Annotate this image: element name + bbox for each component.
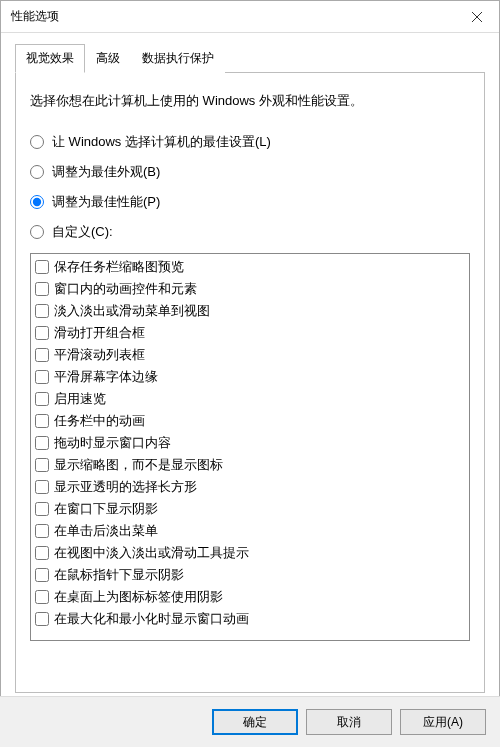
radio-let-windows-choose[interactable]: 让 Windows 选择计算机的最佳设置(L): [30, 133, 470, 151]
checkbox-list[interactable]: 保存任务栏缩略图预览窗口内的动画控件和元素淡入淡出或滑动菜单到视图滑动打开组合框…: [30, 253, 470, 641]
checkbox-label: 淡入淡出或滑动菜单到视图: [54, 301, 210, 321]
ok-button[interactable]: 确定: [212, 709, 298, 735]
checkbox-input[interactable]: [35, 546, 49, 560]
window-title: 性能选项: [11, 8, 59, 25]
checkbox-input[interactable]: [35, 304, 49, 318]
radio-label: 调整为最佳性能(P): [52, 193, 160, 211]
radio-input[interactable]: [30, 135, 44, 149]
checkbox-item[interactable]: 平滑滚动列表框: [35, 344, 465, 366]
checkbox-input[interactable]: [35, 260, 49, 274]
checkbox-label: 保存任务栏缩略图预览: [54, 257, 184, 277]
dialog-footer: 确定 取消 应用(A): [0, 696, 500, 747]
checkbox-input[interactable]: [35, 282, 49, 296]
radio-best-appearance[interactable]: 调整为最佳外观(B): [30, 163, 470, 181]
radio-input[interactable]: [30, 225, 44, 239]
checkbox-item[interactable]: 显示缩略图，而不是显示图标: [35, 454, 465, 476]
checkbox-item[interactable]: 在视图中淡入淡出或滑动工具提示: [35, 542, 465, 564]
checkbox-input[interactable]: [35, 502, 49, 516]
radio-label: 自定义(C):: [52, 223, 113, 241]
button-label: 取消: [337, 715, 361, 729]
content-area: 视觉效果 高级 数据执行保护 选择你想在此计算机上使用的 Windows 外观和…: [1, 33, 499, 693]
checkbox-label: 窗口内的动画控件和元素: [54, 279, 197, 299]
tab-visual-effects[interactable]: 视觉效果: [15, 44, 85, 73]
checkbox-input[interactable]: [35, 590, 49, 604]
checkbox-item[interactable]: 任务栏中的动画: [35, 410, 465, 432]
checkbox-label: 平滑屏幕字体边缘: [54, 367, 158, 387]
checkbox-item[interactable]: 在窗口下显示阴影: [35, 498, 465, 520]
checkbox-input[interactable]: [35, 414, 49, 428]
checkbox-label: 显示亚透明的选择长方形: [54, 477, 197, 497]
checkbox-item[interactable]: 在鼠标指针下显示阴影: [35, 564, 465, 586]
panel-description: 选择你想在此计算机上使用的 Windows 外观和性能设置。: [30, 91, 470, 111]
checkbox-label: 在窗口下显示阴影: [54, 499, 158, 519]
checkbox-label: 拖动时显示窗口内容: [54, 433, 171, 453]
checkbox-item[interactable]: 在最大化和最小化时显示窗口动画: [35, 608, 465, 630]
tab-dep[interactable]: 数据执行保护: [131, 44, 225, 73]
radio-best-performance[interactable]: 调整为最佳性能(P): [30, 193, 470, 211]
checkbox-item[interactable]: 滑动打开组合框: [35, 322, 465, 344]
checkbox-item[interactable]: 显示亚透明的选择长方形: [35, 476, 465, 498]
checkbox-input[interactable]: [35, 612, 49, 626]
checkbox-input[interactable]: [35, 436, 49, 450]
button-label: 应用(A): [423, 715, 463, 729]
tab-strip: 视觉效果 高级 数据执行保护: [15, 43, 485, 73]
checkbox-input[interactable]: [35, 392, 49, 406]
radio-label: 调整为最佳外观(B): [52, 163, 160, 181]
checkbox-label: 启用速览: [54, 389, 106, 409]
tab-label: 视觉效果: [26, 51, 74, 65]
close-icon: [472, 12, 482, 22]
radio-input[interactable]: [30, 165, 44, 179]
checkbox-label: 滑动打开组合框: [54, 323, 145, 343]
radio-input[interactable]: [30, 195, 44, 209]
checkbox-label: 显示缩略图，而不是显示图标: [54, 455, 223, 475]
checkbox-label: 平滑滚动列表框: [54, 345, 145, 365]
button-label: 确定: [243, 715, 267, 729]
checkbox-item[interactable]: 启用速览: [35, 388, 465, 410]
checkbox-input[interactable]: [35, 370, 49, 384]
close-button[interactable]: [454, 1, 499, 33]
checkbox-item[interactable]: 淡入淡出或滑动菜单到视图: [35, 300, 465, 322]
tab-advanced[interactable]: 高级: [85, 44, 131, 73]
checkbox-label: 在最大化和最小化时显示窗口动画: [54, 609, 249, 629]
radio-group: 让 Windows 选择计算机的最佳设置(L) 调整为最佳外观(B) 调整为最佳…: [30, 133, 470, 241]
checkbox-item[interactable]: 在桌面上为图标标签使用阴影: [35, 586, 465, 608]
checkbox-input[interactable]: [35, 480, 49, 494]
cancel-button[interactable]: 取消: [306, 709, 392, 735]
tab-label: 数据执行保护: [142, 51, 214, 65]
checkbox-input[interactable]: [35, 524, 49, 538]
checkbox-label: 任务栏中的动画: [54, 411, 145, 431]
tab-label: 高级: [96, 51, 120, 65]
apply-button[interactable]: 应用(A): [400, 709, 486, 735]
checkbox-item[interactable]: 在单击后淡出菜单: [35, 520, 465, 542]
checkbox-input[interactable]: [35, 348, 49, 362]
checkbox-item[interactable]: 窗口内的动画控件和元素: [35, 278, 465, 300]
radio-custom[interactable]: 自定义(C):: [30, 223, 470, 241]
checkbox-item[interactable]: 平滑屏幕字体边缘: [35, 366, 465, 388]
checkbox-item[interactable]: 保存任务栏缩略图预览: [35, 256, 465, 278]
checkbox-label: 在鼠标指针下显示阴影: [54, 565, 184, 585]
checkbox-input[interactable]: [35, 326, 49, 340]
checkbox-input[interactable]: [35, 568, 49, 582]
checkbox-item[interactable]: 拖动时显示窗口内容: [35, 432, 465, 454]
tab-panel: 选择你想在此计算机上使用的 Windows 外观和性能设置。 让 Windows…: [15, 73, 485, 693]
checkbox-label: 在视图中淡入淡出或滑动工具提示: [54, 543, 249, 563]
radio-label: 让 Windows 选择计算机的最佳设置(L): [52, 133, 271, 151]
checkbox-label: 在单击后淡出菜单: [54, 521, 158, 541]
checkbox-label: 在桌面上为图标标签使用阴影: [54, 587, 223, 607]
checkbox-input[interactable]: [35, 458, 49, 472]
titlebar: 性能选项: [1, 1, 499, 33]
